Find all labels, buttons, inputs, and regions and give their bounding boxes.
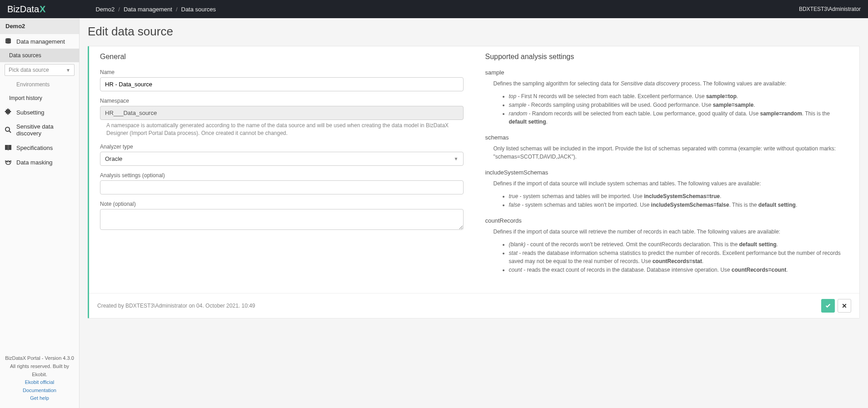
sidebar-subitem-data-sources[interactable]: Data sources bbox=[0, 49, 79, 62]
close-icon bbox=[842, 303, 847, 308]
rights-text: All rights reserved. Built by Ekobit. bbox=[3, 363, 76, 378]
list-item: sample - Records sampling using probabil… bbox=[509, 101, 849, 109]
svg-point-1 bbox=[5, 127, 10, 131]
sidebar-item-data-management[interactable]: Data management bbox=[0, 34, 79, 49]
setting-desc-schemas: Only listed schemas will be included in … bbox=[485, 144, 849, 161]
breadcrumb-separator: / bbox=[118, 6, 120, 13]
main-content: Edit data source General Name Namespace … bbox=[80, 18, 868, 408]
name-input[interactable] bbox=[100, 77, 464, 91]
footer-link-help[interactable]: Get help bbox=[3, 394, 76, 403]
version-text: BizDataX Portal - Version 4.3.0 bbox=[3, 354, 76, 363]
namespace-label: Namespace bbox=[100, 98, 464, 104]
sidebar-item-label: Specifications bbox=[16, 144, 53, 151]
settings-section: Supported analysis settings sample Defin… bbox=[474, 46, 860, 293]
sidebar-item-data-masking[interactable]: Data masking bbox=[0, 155, 79, 169]
general-heading: General bbox=[100, 53, 464, 61]
analyzer-label: Analyzer type bbox=[100, 144, 464, 150]
svg-point-4 bbox=[9, 161, 10, 162]
setting-key-sample: sample bbox=[485, 69, 849, 76]
user-label[interactable]: BDXTEST3\Administrator bbox=[799, 6, 861, 12]
sidebar-item-specifications[interactable]: Specifications bbox=[0, 140, 79, 155]
chevron-down-icon: ▼ bbox=[66, 68, 70, 73]
list-item: top - First N records will be selected f… bbox=[509, 92, 849, 100]
sidebar-item-label: Data masking bbox=[16, 159, 52, 166]
settings-heading: Supported analysis settings bbox=[485, 53, 849, 61]
cancel-button[interactable] bbox=[838, 299, 851, 313]
puzzle-icon bbox=[5, 109, 12, 116]
pick-data-source-select[interactable]: Pick data source ▼ bbox=[5, 64, 75, 76]
sidebar-title: Demo2 bbox=[0, 18, 79, 34]
chevron-down-icon: ▼ bbox=[454, 156, 459, 161]
search-icon bbox=[5, 126, 12, 134]
analyzer-value: Oracle bbox=[105, 155, 122, 162]
top-bar: BizDataX Demo2 / Data management / Data … bbox=[0, 0, 868, 18]
footer-link-documentation[interactable]: Documentation bbox=[3, 387, 76, 395]
database-icon bbox=[5, 38, 12, 45]
sidebar-item-sensitive-discovery[interactable]: Sensitive data discovery bbox=[0, 119, 79, 140]
setting-list-include: true - system schemas and tables will be… bbox=[485, 192, 849, 209]
svg-line-2 bbox=[9, 131, 11, 133]
list-item: stat - reads the database information sc… bbox=[509, 249, 849, 265]
breadcrumb-item[interactable]: Demo2 bbox=[95, 6, 115, 13]
list-item: false - system schemas and tables won't … bbox=[509, 201, 849, 209]
list-item: (blank) - count of the records won't be … bbox=[509, 240, 849, 249]
analysis-input[interactable] bbox=[100, 180, 464, 194]
logo-text: BizData bbox=[7, 4, 39, 15]
sidebar-item-subsetting[interactable]: Subsetting bbox=[0, 105, 79, 119]
setting-desc-count: Defines if the import of data source wil… bbox=[485, 228, 849, 236]
breadcrumb-item[interactable]: Data sources bbox=[181, 6, 216, 13]
setting-desc-include: Defines if the import of data source wil… bbox=[485, 179, 849, 188]
book-icon bbox=[5, 144, 12, 151]
name-label: Name bbox=[100, 69, 464, 75]
note-label: Note (optional) bbox=[100, 201, 464, 207]
sidebar-subitem-environments[interactable]: Environments bbox=[0, 78, 79, 91]
namespace-input bbox=[100, 106, 464, 120]
sidebar: Demo2 Data management Data sources Pick … bbox=[0, 18, 80, 408]
note-textarea[interactable] bbox=[100, 209, 464, 230]
breadcrumb-separator: / bbox=[176, 6, 178, 13]
setting-key-schemas: schemas bbox=[485, 134, 849, 141]
created-by-text: Created by BDXTEST3\Administrator on 04.… bbox=[97, 303, 255, 309]
list-item: count - reads the exact count of records… bbox=[509, 266, 849, 274]
general-section: General Name Namespace A namespace is au… bbox=[89, 46, 474, 293]
analysis-label: Analysis settings (optional) bbox=[100, 172, 464, 179]
setting-desc-sample: Defines the sampling algorithm for selec… bbox=[485, 80, 849, 88]
setting-list-sample: top - First N records will be selected f… bbox=[485, 92, 849, 126]
edit-card: General Name Namespace A namespace is au… bbox=[88, 46, 860, 318]
check-icon bbox=[825, 303, 831, 309]
breadcrumb: Demo2 / Data management / Data sources bbox=[95, 6, 216, 13]
setting-key-count: countRecords bbox=[485, 217, 849, 224]
footer-link-ekobit[interactable]: Ekobit official bbox=[3, 378, 76, 387]
breadcrumb-item[interactable]: Data management bbox=[124, 6, 172, 13]
card-footer: Created by BDXTEST3\Administrator on 04.… bbox=[89, 293, 859, 318]
svg-point-3 bbox=[7, 161, 8, 162]
sidebar-item-label: Data management bbox=[16, 38, 65, 45]
logo-accent: X bbox=[40, 4, 45, 15]
setting-key-include: includeSystemSchemas bbox=[485, 169, 849, 176]
sidebar-item-label: Sensitive data discovery bbox=[16, 123, 75, 137]
mask-icon bbox=[5, 159, 12, 166]
list-item: true - system schemas and tables will be… bbox=[509, 192, 849, 200]
save-button[interactable] bbox=[821, 299, 835, 313]
svg-point-0 bbox=[5, 38, 11, 40]
page-title: Edit data source bbox=[88, 25, 860, 39]
sidebar-item-label: Subsetting bbox=[16, 109, 44, 116]
sidebar-subitem-import-history[interactable]: Import history bbox=[0, 91, 79, 105]
setting-list-count: (blank) - count of the records won't be … bbox=[485, 240, 849, 274]
list-item: random - Random records will be selected… bbox=[509, 109, 849, 126]
app-logo: BizDataX bbox=[7, 4, 45, 15]
sidebar-footer: BizDataX Portal - Version 4.3.0 All righ… bbox=[0, 349, 79, 408]
namespace-help: A namespace is automatically generated a… bbox=[100, 122, 464, 137]
analyzer-select[interactable]: Oracle ▼ bbox=[100, 152, 464, 166]
pick-placeholder: Pick data source bbox=[9, 67, 49, 73]
